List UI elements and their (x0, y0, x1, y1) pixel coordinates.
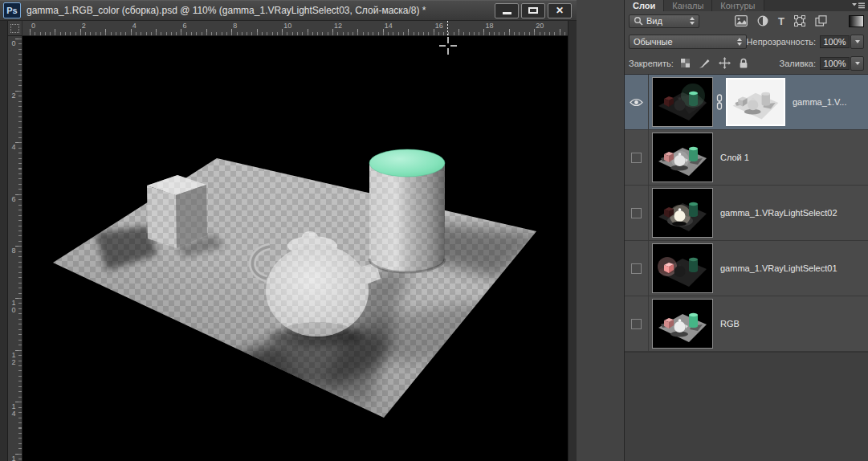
layer-row-gamma1-vraylightselect03[interactable]: gamma_1.V... (625, 75, 868, 130)
fill-label: Заливка: (780, 59, 816, 68)
opacity-label: Непрозрачность: (747, 37, 816, 47)
window-left-edge (0, 21, 8, 461)
shape-layers-filter-icon[interactable] (794, 15, 805, 27)
document-titlebar[interactable]: Ps gamma_1.RGB_color (сборка).psd @ 110%… (0, 0, 577, 21)
visibility-empty-box (631, 319, 642, 329)
canvas[interactable] (22, 36, 568, 461)
chevron-down-icon (855, 40, 860, 43)
type-layers-filter-icon[interactable]: T (778, 16, 784, 27)
lock-all-icon[interactable] (739, 58, 748, 69)
visibility-toggle[interactable] (625, 186, 649, 240)
lock-buttons (680, 57, 748, 69)
minimize-button[interactable] (495, 3, 519, 18)
blend-mode-value: Обычные (634, 37, 673, 47)
layer-thumbnail[interactable] (652, 133, 713, 182)
canvas-scene (22, 36, 568, 461)
layers-panel: Слои Каналы Контуры Вид (624, 0, 868, 461)
lock-transparency-icon[interactable] (680, 58, 691, 68)
window-right-edge (568, 21, 577, 461)
filter-type-buttons: T (735, 15, 827, 27)
visibility-toggle[interactable] (625, 75, 649, 129)
layer-row-sloy1[interactable]: Слой 1 (625, 130, 868, 186)
document-window-body: 02468101214161820 0246810121416 (0, 21, 577, 461)
cube-object (147, 175, 207, 248)
adjustment-layers-filter-icon[interactable] (757, 15, 768, 27)
ruler-cursor-marker (447, 21, 448, 35)
visibility-empty-box (631, 153, 642, 163)
layer-thumbnail[interactable] (652, 299, 713, 349)
layer-filter-row: Вид T (625, 11, 868, 31)
lock-position-icon[interactable] (719, 57, 731, 69)
lock-pixels-icon[interactable] (699, 58, 711, 69)
tab-layers[interactable]: Слои (625, 0, 664, 11)
layer-thumbnail[interactable] (652, 188, 713, 238)
layer-name[interactable]: gamma_1.V... (793, 97, 846, 107)
document-window: Ps gamma_1.RGB_color (сборка).psd @ 110%… (0, 0, 577, 461)
panel-menu-button[interactable] (849, 0, 868, 11)
layer-row-rgb[interactable]: RGB (625, 296, 868, 352)
panel-menu-icon (852, 2, 865, 9)
layer-name[interactable]: gamma_1.VRayLightSelect02 (720, 208, 837, 218)
opacity-input[interactable]: 100% (820, 35, 850, 48)
filter-kind-value: Вид (646, 16, 662, 26)
minimize-icon (503, 12, 511, 14)
chevron-down-icon (855, 62, 860, 65)
lock-fill-row: Закрепить: Заливка: 100% (625, 52, 868, 74)
ruler-left[interactable]: 0246810121416 (8, 36, 22, 461)
layers-list: gamma_1.V... (625, 74, 868, 352)
fill-input[interactable]: 100% (820, 57, 850, 70)
layer-row-gamma1-vraylightselect02[interactable]: gamma_1.VRayLightSelect02 (625, 186, 868, 241)
layer-name[interactable]: RGB (720, 319, 740, 328)
layer-name[interactable]: gamma_1.VRayLightSelect01 (720, 263, 837, 273)
layer-mask-thumbnail[interactable] (726, 78, 785, 126)
cylinder-object (369, 149, 445, 272)
select-spinner-icon (737, 38, 742, 46)
search-icon (634, 16, 643, 26)
visibility-toggle[interactable] (625, 296, 649, 351)
photoshop-screen: { "window": { "app_badge": "Ps", "title"… (0, 0, 868, 461)
ruler-top[interactable]: 02468101214161820 (22, 21, 568, 36)
filter-toggle[interactable] (849, 15, 864, 27)
blend-mode-select[interactable]: Обычные (629, 35, 747, 49)
opacity-dropdown-button[interactable] (850, 35, 864, 49)
photoshop-app-icon: Ps (3, 2, 21, 18)
panel-tabs: Слои Каналы Контуры (625, 0, 868, 11)
maximize-icon (528, 7, 538, 14)
window-controls: ✕ (495, 3, 572, 18)
smart-object-filter-icon[interactable] (815, 15, 827, 27)
layer-mask-link-icon[interactable] (713, 94, 726, 110)
layer-row-gamma1-vraylightselect01[interactable]: gamma_1.VRayLightSelect01 (625, 241, 868, 296)
lock-label: Закрепить: (629, 59, 674, 68)
filter-kind-select[interactable]: Вид (629, 14, 699, 28)
maximize-button[interactable] (521, 3, 545, 18)
layer-thumbnail[interactable] (652, 77, 713, 127)
visibility-toggle[interactable] (625, 130, 649, 185)
layers-panel-empty-area (625, 352, 868, 461)
layer-name[interactable]: Слой 1 (720, 153, 749, 162)
close-button[interactable]: ✕ (548, 3, 572, 18)
layer-thumbnail[interactable] (652, 243, 713, 293)
visibility-toggle[interactable] (625, 241, 649, 296)
workspace-background (577, 0, 624, 461)
document-title: gamma_1.RGB_color (сборка).psd @ 110% (g… (26, 5, 495, 16)
pixel-layers-filter-icon[interactable] (735, 15, 748, 27)
tab-channels[interactable]: Каналы (664, 0, 712, 11)
fill-dropdown-button[interactable] (850, 56, 864, 71)
eye-icon (630, 98, 643, 107)
tabbar-spacer (764, 0, 850, 11)
visibility-empty-box (631, 263, 642, 274)
ruler-origin-box[interactable] (8, 21, 22, 36)
select-spinner-icon (690, 17, 695, 25)
blend-opacity-row: Обычные Непрозрачность: 100% (625, 31, 868, 52)
tab-paths[interactable]: Контуры (712, 0, 764, 11)
visibility-empty-box (631, 208, 642, 218)
